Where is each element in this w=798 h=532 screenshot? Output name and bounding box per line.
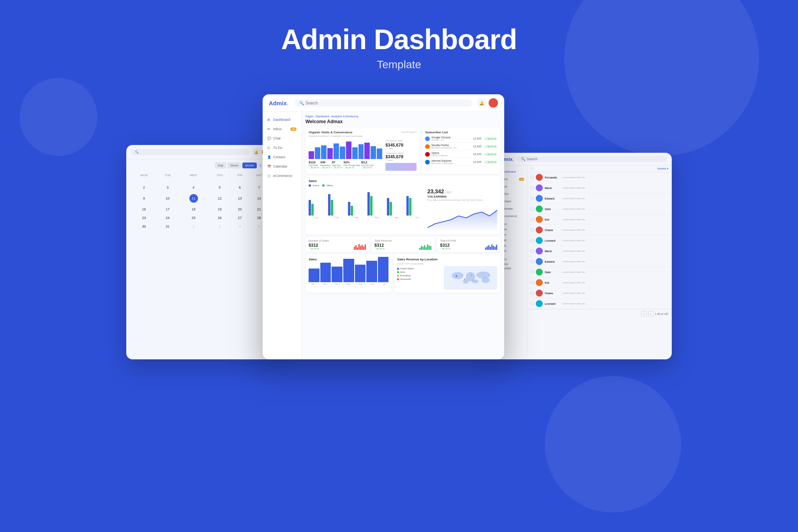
cal-day-3-2[interactable]: 18 [179,205,208,213]
mail-check-2[interactable] [531,197,534,200]
mail-check-5[interactable] [531,228,534,232]
subscriber-item-0: Google Chrome Google LLC 12,345 ↑ 38,34 … [425,135,497,143]
organic-bar-6 [346,141,351,159]
calendar-header: Day Week Month ‹ › [131,163,270,168]
mail-check-11[interactable] [531,292,534,295]
cal-day-2-1[interactable]: 10 [157,192,178,205]
cp-search[interactable]: 🔍 [295,99,472,107]
sub-badge-1: ↑ 38,34 % [484,145,497,148]
nav-chat[interactable]: 💬 Chat [263,134,301,143]
cal-day-4-2[interactable]: 25 [179,214,208,222]
mail-item-1[interactable]: Marie Lorem ipsum dolor sit... [528,183,672,193]
stat-num-sales: Number of Sales $312 ↑ 38,34 % [305,237,369,252]
sales-bar-labels: Jan Feb Mar May May Jun [309,216,425,219]
cal-day-5-4[interactable]: 3 [231,223,249,230]
mail-item-3[interactable]: Gate Lorem ipsum dolor sit... [528,204,672,214]
cal-day-3-1[interactable]: 17 [157,205,178,213]
nav-contact[interactable]: 👤 Contact [263,152,301,162]
rp-mail-newest[interactable]: Newest ▾ [657,167,669,170]
sales-stat: 23,342 USD YOU EARNING Your sales and re… [427,188,497,232]
nav-todo[interactable]: ☑ To Do [263,143,301,152]
mail-item-7[interactable]: Marie Lorem ipsum dolor sit... [528,246,672,256]
cal-mon: MON [132,172,156,178]
mail-item-0[interactable]: Fernando Lorem ipsum dolor sit... [528,172,672,183]
nav-inbox[interactable]: ✉ Inbox 10 [263,124,301,134]
cal-day-1-2[interactable]: 4 [179,184,208,191]
bottom-map-card: Sales Revenue by Location YOUR TOP COUNT… [394,255,500,293]
mail-check-3[interactable] [531,207,534,210]
rp-search[interactable]: 🔍 [517,156,667,162]
mail-check-8[interactable] [531,260,534,263]
sales-amount: 23,342 [427,188,444,194]
cp-notif-icon[interactable]: 🔔 [477,98,486,108]
sales-bar-group-4 [387,198,405,216]
mail-check-6[interactable] [531,239,534,242]
mail-item-6[interactable]: Leonard Lorem ipsum dolor sit... [528,235,672,246]
mail-check-4[interactable] [531,218,534,221]
mail-check-9[interactable] [531,270,534,274]
mail-item-11[interactable]: Chaim Lorem ipsum dolor sit... [528,288,672,299]
mail-preview-3: Lorem ipsum dolor sit... [562,208,669,210]
mail-item-12[interactable]: Leonard Lorem ipsum dolor sit... [528,299,672,309]
mail-preview-8: Lorem ipsum dolor sit... [562,260,669,263]
cal-day-5-3[interactable]: 2 [209,223,231,230]
cal-week-btn[interactable]: Week [228,163,241,168]
cal-day-1-4[interactable]: 6 [231,184,249,191]
sub-count-2: 12,345 [473,153,481,156]
cal-day-5-2[interactable]: 1 [179,223,208,230]
cal-day-2-2[interactable]: 11 [179,192,208,205]
mail-check-1[interactable] [531,186,534,189]
cal-month-btn[interactable]: Month [242,163,256,168]
cal-day-1-1[interactable]: 3 [157,184,178,191]
left-search-input[interactable] [140,150,245,154]
left-notif-icon[interactable]: 🔔 [252,148,260,156]
cal-day-btn[interactable]: Day [215,163,226,168]
cal-day-0-1 [157,179,178,183]
mail-check-7[interactable] [531,249,534,253]
rp-prev-page[interactable]: ‹ [641,311,646,316]
cal-day-0-0 [132,179,156,183]
bl-may2: May [356,283,365,285]
cal-day-5-0[interactable]: 30 [132,223,156,230]
cal-day-2-3[interactable]: 12 [209,192,231,205]
dot-venezuela [397,278,399,280]
cal-day-2-4[interactable]: 13 [231,192,249,205]
calendar-grid: MON TUE WED THU FRI SAT 2345679101112131… [131,171,270,231]
mail-item-9[interactable]: Gate Lorem ipsum dolor sit... [528,267,672,277]
cal-day-3-4[interactable]: 20 [231,205,249,213]
cal-day-4-3[interactable]: 26 [209,214,231,222]
cal-day-1-0[interactable]: 2 [132,184,156,191]
rp-nav-inbox-badge: 10 [519,178,524,181]
nav-calendar[interactable]: 📅 Calendar [263,162,301,171]
nav-dashboard[interactable]: ⊞ Dashboard [263,115,301,124]
mail-item-2[interactable]: Edward Lorem ipsum dolor sit... [528,193,672,204]
rp-next-page[interactable]: › [648,311,653,316]
mail-item-4[interactable]: Kid Lorem ipsum dolor sit... [528,214,672,225]
mail-item-8[interactable]: Edward Lorem ipsum dolor sit... [528,256,672,267]
cp-search-input[interactable] [305,101,468,105]
left-search[interactable]: 🔍 [131,149,249,155]
mail-check-10[interactable] [531,281,534,284]
mail-check-12[interactable] [531,302,534,305]
rp-mail-header-check: ☐ [531,167,533,170]
cal-day-1-3[interactable]: 5 [209,184,231,191]
mail-check-0[interactable] [531,176,534,179]
mail-avatar-1 [536,184,543,191]
cal-day-4-0[interactable]: 23 [132,214,156,222]
sales-currency: USD [445,191,452,194]
panels-container: 🔍 🔔 Day Week Month ‹ › MON TUE [0,94,798,359]
cal-day-3-0[interactable]: 16 [132,205,156,213]
mail-avatar-4 [536,216,543,223]
cal-day-4-1[interactable]: 24 [157,214,178,222]
mail-item-10[interactable]: Kid Lorem ipsum dolor sit... [528,277,672,288]
cal-day-3-3[interactable]: 19 [209,205,231,213]
cal-day-5-1[interactable]: 31 [157,223,178,230]
sales-title: Sales [309,179,497,183]
rp-search-input[interactable] [526,157,663,161]
cal-fri: FRI [231,172,249,178]
cal-day-2-0[interactable]: 9 [132,192,156,205]
mail-item-5[interactable]: Chaim Lorem ipsum dolor sit... [528,225,672,235]
nav-ecommerce[interactable]: 🛒 eCommerce [263,171,301,180]
spark-bar-spark3-0 [485,247,486,250]
cal-day-4-4[interactable]: 27 [231,214,249,222]
